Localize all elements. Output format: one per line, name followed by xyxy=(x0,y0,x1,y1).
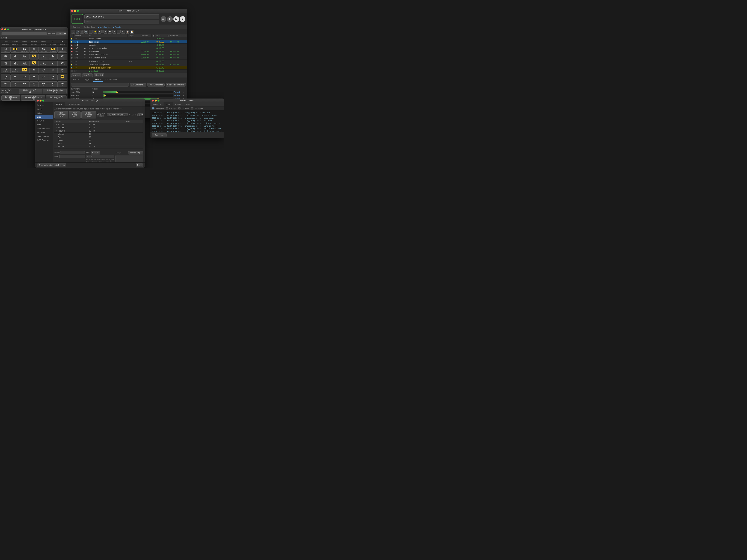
tile-r4-c5[interactable]: 1810 xyxy=(48,75,57,80)
tile-r1-c3[interactable]: 79side SL.G... xyxy=(29,54,38,59)
tile-r1-c4[interactable]: 3side SL.B... xyxy=(39,54,48,59)
tile-r0-c3[interactable]: 28sides.Red xyxy=(29,47,38,53)
tile-r5-c5[interactable]: 6017 xyxy=(48,81,57,87)
tile-r5-c3[interactable]: 6015 xyxy=(29,81,38,87)
stop-button[interactable]: ■ xyxy=(180,16,185,22)
filter-cue-triggers[interactable]: ✓ Cue triggers xyxy=(152,107,164,109)
filter-osc-replies[interactable]: OSC replies xyxy=(191,107,203,109)
new-instrument-button[interactable]: New Instrument ⌘N xyxy=(54,111,68,118)
prune-commands-button[interactable]: Prune Commands xyxy=(147,83,165,86)
tile-r0-c1[interactable]: 60f cool xyxy=(10,47,20,53)
settings-midi[interactable]: MIDI xyxy=(35,123,53,127)
tile-r1-c0[interactable]: 20sides.Whi... xyxy=(1,54,10,59)
settings-tab-definitions[interactable]: DEFINITIONS xyxy=(65,102,83,106)
go-button[interactable]: GO xyxy=(72,14,83,24)
minimize-button-main[interactable] xyxy=(74,10,76,12)
maximize-button-status[interactable] xyxy=(157,100,159,102)
minimize-button[interactable] xyxy=(4,28,6,30)
goto-icon[interactable]: → xyxy=(117,30,121,33)
settings-midi-controls[interactable]: MIDI Controls xyxy=(35,134,53,138)
status-tab-warnings[interactable]: Warnings xyxy=(151,102,163,106)
cue-row-50[interactable]: ⬛50 ▶ blackout 00:06.00 xyxy=(70,70,187,73)
tile-r2-c0[interactable]: 35side SR.I... xyxy=(1,61,10,66)
tiles-select[interactable]: Tiles Sliders xyxy=(56,32,67,35)
settings-cue-templates[interactable]: Cue Templates xyxy=(35,127,53,131)
tile-r1-c2[interactable]: 15side SL.R... xyxy=(20,54,29,59)
tab-triggers[interactable]: Triggers xyxy=(81,78,93,82)
filter-midi-input[interactable]: MIDI input xyxy=(166,107,177,109)
status-tab-logs[interactable]: Logs xyxy=(163,102,173,106)
tab-levels[interactable]: Levels xyxy=(93,78,103,82)
tile-r4-c2[interactable]: 187 xyxy=(20,75,29,80)
tab-basics[interactable]: Basics xyxy=(71,78,81,82)
tile-r2-c6[interactable]: 10bx.Intensi... xyxy=(58,61,67,66)
settings-osc-controls[interactable]: OSC Controls xyxy=(35,138,53,142)
settings-audio[interactable]: Audio xyxy=(35,107,53,111)
midi-channel-select[interactable]: 1 xyxy=(137,113,144,116)
cue-row-10[interactable]: 💡10 scene 1.1 atmo 10:00.00 xyxy=(70,37,187,41)
settings-light[interactable]: Light xyxy=(35,115,53,119)
script-icon[interactable]: ▶ xyxy=(98,30,102,33)
cue-row-10-3[interactable]: 🔇10-3 ⚙ crickets, early evening 00:10.63 xyxy=(70,47,187,50)
cue-row-40[interactable]: 🎭40 ▶ ghost of old hamlet enters 01:15.4… xyxy=(70,66,187,70)
settings-key-map[interactable]: Key Map xyxy=(35,131,53,134)
close-button-status[interactable] xyxy=(152,100,154,102)
maximize-button-settings[interactable] xyxy=(43,100,44,102)
osc-replies-checkbox[interactable] xyxy=(191,107,193,109)
filter-osc-input[interactable]: OSC input xyxy=(178,107,189,109)
settings-tab-patch[interactable]: PATCH xyxy=(53,102,65,106)
tile-r3-c1[interactable]: 4bx.Green xyxy=(10,68,20,73)
cue-row-10-6[interactable]: 🎬10-6 ⚙ leaf animation texture 00:00.00 … xyxy=(70,56,187,59)
video-icon[interactable]: 🎬 xyxy=(80,30,84,33)
status-tab-info[interactable]: Info xyxy=(184,102,192,106)
clear-logs-button[interactable]: Clear Logs xyxy=(152,133,166,137)
tile-r0-c6[interactable]: 3sides.Am... xyxy=(58,47,67,53)
tile-r0-c4[interactable]: 15sides.Gre... xyxy=(39,47,48,53)
pause-button[interactable]: ⏸ xyxy=(167,16,173,22)
new-group-button[interactable]: New Group ⌘G xyxy=(69,111,80,118)
tile-r3-c5[interactable]: 183 xyxy=(48,68,57,73)
tile-r5-c0[interactable]: 6012 xyxy=(1,81,10,87)
loop-icon[interactable]: ↺ xyxy=(112,30,116,33)
tile-r0-c2[interactable]: 35sides.Inte... xyxy=(20,47,29,53)
safe-sort-commands-button[interactable]: Safe Sort Commands xyxy=(166,83,186,86)
play-button[interactable]: ▶ xyxy=(174,16,179,22)
main-cue-list-link[interactable]: Main Cue List xyxy=(98,26,110,28)
minimize-button-status[interactable] xyxy=(155,100,157,102)
cue-row-30[interactable]: 💡30 "stand and unfold yourself" 00:12.00… xyxy=(70,63,187,66)
cue-row-10-4[interactable]: 🔇10-4 ⚙ wind in trees 00:00.00 00:24.47 … xyxy=(70,50,187,53)
done-button[interactable]: Done xyxy=(136,163,143,167)
clear-list-button[interactable]: Clear List xyxy=(94,74,104,77)
tile-r2-c5[interactable]: 20 xyxy=(48,61,57,66)
expand-sides-amb[interactable]: Expand xyxy=(173,95,183,97)
expand-sides-white[interactable]: Expand xyxy=(173,91,183,93)
cue-triggers-checkbox[interactable]: ✓ xyxy=(152,107,154,109)
tile-r2-c2[interactable]: 15side SR.G... xyxy=(20,61,29,66)
settings-video[interactable]: Video xyxy=(35,111,53,115)
new-cart-button[interactable]: New Cart xyxy=(82,74,93,77)
tile-r3-c0[interactable]: 13bx.Red xyxy=(1,68,10,73)
tile-r2-c1[interactable]: 28side SR.R... xyxy=(10,61,20,66)
minimize-button-settings[interactable] xyxy=(40,100,42,102)
stop-icon[interactable]: ⏹ xyxy=(108,30,112,33)
delete-selected-button[interactable]: Delete Selected ⌘⌫ xyxy=(81,111,96,118)
tile-r1-c5[interactable]: 20side SL.A... xyxy=(48,54,57,59)
tile-r1-c6[interactable]: 20side SL... xyxy=(58,54,67,59)
tile-r2-c4[interactable]: 3side SR.A... xyxy=(39,61,48,66)
close-sides-amb[interactable]: ✕ xyxy=(183,94,186,97)
close-button-settings[interactable] xyxy=(37,100,39,102)
memo-icon[interactable]: 📝 xyxy=(130,30,134,33)
tile-r3-c3[interactable]: 181 xyxy=(29,68,38,73)
close-button-main[interactable] xyxy=(71,10,73,12)
tile-r2-c3[interactable]: 79side SR.A... xyxy=(29,61,38,66)
presets-link[interactable]: Presets xyxy=(113,26,121,28)
close-sides-white[interactable]: ✕ xyxy=(183,91,186,94)
audio-icon[interactable]: 🔊 xyxy=(76,30,79,33)
wait-icon[interactable]: ⌚ xyxy=(126,30,129,33)
maximize-button[interactable] xyxy=(7,28,9,30)
tab-curve-shape[interactable]: Curve Shape xyxy=(103,78,119,82)
tile-r5-c6[interactable]: 6018 xyxy=(58,81,67,87)
capture-button[interactable]: Capture xyxy=(91,151,100,155)
tile-r0-c0[interactable]: 18f warm xyxy=(1,47,10,53)
tile-r0-c5[interactable]: 79sides.Blue xyxy=(48,47,57,53)
